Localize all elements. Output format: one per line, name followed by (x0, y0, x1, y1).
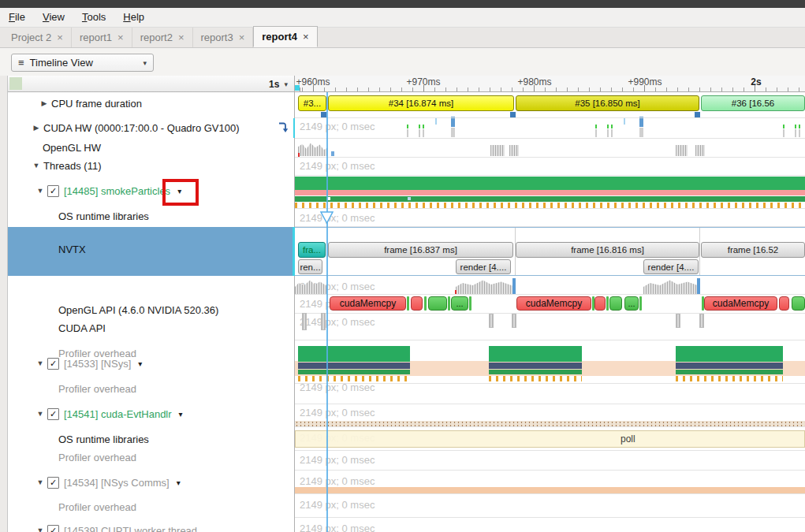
tree-row-profiler-overhead[interactable]: Profiler overhead (8, 448, 295, 466)
tree-row-os-runtime[interactable]: OS runtime libraries (8, 207, 295, 225)
nvtx-render-range[interactable]: render [4.... (456, 259, 511, 274)
menu-help[interactable]: Help (114, 8, 153, 27)
nvtx-selected-row-highlight[interactable]: NVTX (8, 227, 293, 276)
nvtx-frame-range[interactable]: frame [16.816 ms] (516, 242, 699, 258)
gpu-activity-histogram[interactable] (676, 145, 688, 156)
tree-row-opengl-hw[interactable]: OpenGL HW (8, 139, 295, 156)
jump-to-row-icon[interactable] (276, 121, 289, 134)
tree-row-thread-nsys-comms[interactable]: ▼ ✓ [14534] [NSys Comms] ▾ (8, 474, 295, 491)
thread-options-caret[interactable]: ▾ (179, 410, 183, 419)
tree-row-thread-nsys[interactable]: ▼ ✓ [14533] [NSys] ▾ (8, 355, 295, 372)
cuda-api-bar[interactable] (779, 296, 789, 311)
tab-report3[interactable]: report3 × (193, 28, 254, 47)
thread-checkbox[interactable]: ✓ (47, 185, 59, 197)
cuda-api-bar[interactable] (792, 296, 805, 311)
nvtx-render-range[interactable]: ren... (298, 259, 322, 274)
expand-down-icon[interactable]: ▼ (35, 359, 45, 367)
overhead-bar[interactable] (489, 314, 494, 328)
gpu-activity-histogram[interactable] (695, 145, 705, 156)
tree-row-profiler-overhead[interactable]: Profiler overhead (8, 380, 295, 397)
tree-row-cuda-api[interactable]: CUDA API (8, 318, 295, 338)
thread-checkbox[interactable]: ✓ (47, 408, 59, 420)
thread-options-caret[interactable]: ▾ (177, 478, 181, 487)
expand-down-icon[interactable]: ▼ (35, 410, 45, 418)
tree-row-profiler-overhead[interactable]: Profiler overhead (8, 498, 295, 515)
menu-bar: File View Tools Help (0, 8, 805, 28)
thread-checkbox[interactable]: ✓ (47, 358, 59, 370)
time-ruler[interactable]: +960ms +970ms +980ms +990ms 2s (295, 76, 805, 92)
tab-close-icon[interactable]: × (117, 32, 124, 43)
expand-right-icon[interactable]: ▶ (32, 124, 41, 132)
tab-report2[interactable]: report2 × (132, 28, 193, 47)
tree-row-thread-cuda-evthandlr[interactable]: ▼ ✓ [14541] cuda-EvtHandlr ▾ (8, 405, 295, 422)
annotation-red-rectangle (162, 179, 199, 206)
toolbar: ≡ Timeline View ▾ (0, 48, 805, 76)
thread-checkbox[interactable]: ✓ (47, 477, 59, 489)
os-poll-bar[interactable]: poll (295, 430, 805, 448)
tree-row-threads[interactable]: ▼ Threads (11) (8, 157, 295, 174)
cuda-api-bar[interactable] (609, 296, 622, 311)
thread-checkbox[interactable]: ✓ (47, 525, 59, 532)
tab-close-icon[interactable]: × (239, 32, 245, 43)
timeline-cursor-handle[interactable] (320, 211, 334, 225)
nvtx-frame-range[interactable]: frame [16.837 ms] (328, 242, 513, 258)
menu-tools[interactable]: Tools (73, 8, 114, 27)
nvtx-frame-range[interactable]: fra... (298, 242, 326, 258)
tab-close-icon[interactable]: × (303, 31, 309, 43)
timeline-canvas[interactable]: +960ms +970ms +980ms +990ms 2s #3... #34… (295, 76, 805, 532)
overhead-bar[interactable] (321, 313, 326, 330)
cpu-frame-bar[interactable]: #36 [16.56 (701, 95, 805, 111)
cpu-frame-bar[interactable]: #3... (298, 95, 326, 111)
tab-close-icon[interactable]: × (57, 32, 63, 43)
cuda-memcpy-bar[interactable]: cudaMemcpy (330, 296, 406, 311)
cuda-api-bar[interactable] (428, 296, 447, 311)
thread-state-band[interactable] (295, 196, 805, 202)
thread-options-caret[interactable]: ▾ (138, 359, 142, 368)
overhead-bar[interactable] (512, 314, 516, 328)
overhead-bar[interactable] (699, 314, 704, 328)
tree-row-cuda-hw[interactable]: ▶ CUDA HW (0000:17:00.0 - Quadro GV100) (8, 119, 295, 136)
cuda-api-collapsed-bar[interactable]: ... (624, 296, 639, 311)
menu-file[interactable]: File (0, 8, 34, 27)
tab-report1[interactable]: report1 × (72, 28, 132, 47)
thread-running-block[interactable] (298, 346, 410, 362)
nvtx-render-range[interactable]: render [4.... (643, 259, 699, 274)
api-call-histogram[interactable] (643, 278, 699, 294)
view-selector-dropdown[interactable]: ≡ Timeline View ▾ (11, 54, 154, 72)
thread-blocked-band[interactable] (295, 190, 805, 195)
thread-running-band[interactable] (295, 177, 805, 190)
gpu-activity-histogram[interactable] (509, 145, 519, 156)
tree-row-cpu-frame-duration[interactable]: ▶ CPU frame duration (8, 95, 295, 112)
row-measurement-text: 2149 px; 0 msec (300, 523, 375, 532)
timescale-dropdown[interactable]: 1s ▾ (269, 76, 288, 92)
expand-down-icon[interactable]: ▼ (35, 526, 45, 532)
cuda-memcpy-bar[interactable]: cudaMemcpy (704, 296, 777, 311)
menu-view[interactable]: View (34, 8, 73, 27)
cuda-api-bar[interactable] (594, 296, 606, 311)
tree-row-thread-smokeparticles[interactable]: ▼ ✓ [14485] smokeParticles ▾ (8, 182, 295, 199)
overhead-bar[interactable] (302, 313, 307, 330)
expand-down-icon[interactable]: ▼ (35, 187, 45, 195)
thread-running-block[interactable] (676, 346, 783, 362)
cpu-frame-bar[interactable]: #34 [16.874 ms] (328, 95, 514, 111)
nvtx-frame-range[interactable]: frame [16.52 (701, 242, 805, 258)
tab-close-icon[interactable]: × (178, 32, 184, 43)
row-measurement-text: 2149 px; 0 msec (300, 316, 375, 328)
thread-running-block[interactable] (489, 346, 582, 362)
expand-down-icon[interactable]: ▼ (35, 478, 45, 486)
gpu-activity-histogram[interactable] (490, 145, 505, 156)
tab-report4-active[interactable]: report4 × (253, 26, 317, 47)
cuda-api-collapsed-bar[interactable]: ... (451, 296, 468, 311)
expand-right-icon[interactable]: ▶ (39, 99, 49, 107)
tab-project-2[interactable]: Project 2 × (3, 28, 72, 47)
gpu-activity-histogram[interactable] (298, 142, 328, 156)
cuda-memcpy-bar[interactable]: cudaMemcpy (516, 296, 591, 311)
tree-row-thread-cupti-worker[interactable]: ▼ ✓ [14539] CUPTI worker thread (8, 522, 295, 532)
cpu-frame-bar[interactable]: #35 [16.850 ms] (516, 95, 699, 111)
expand-down-icon[interactable]: ▼ (32, 162, 41, 169)
overhead-bar[interactable] (676, 314, 680, 328)
tab-label: report3 (201, 32, 233, 43)
tree-row-os-runtime[interactable]: OS runtime libraries (8, 430, 295, 448)
cuda-api-bar[interactable] (411, 296, 423, 311)
api-call-histogram[interactable] (456, 278, 512, 294)
